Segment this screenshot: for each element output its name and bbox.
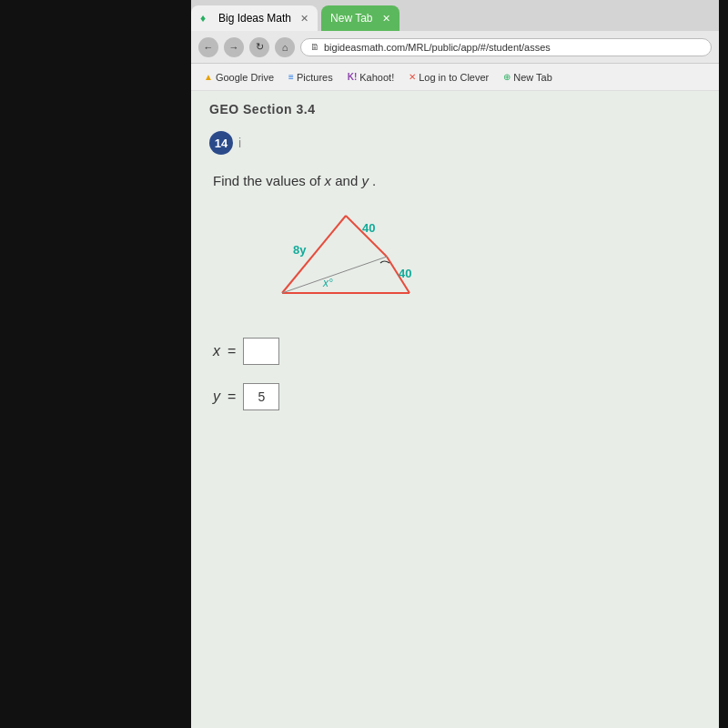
bookmark-drive[interactable]: ▲ Google Drive — [198, 70, 279, 85]
newtab-tab-close[interactable]: ✕ — [382, 13, 390, 25]
bookmark-newtab[interactable]: ⊕ New Tab — [498, 70, 558, 85]
svg-text:40: 40 — [362, 221, 375, 235]
tab-newtab[interactable]: New Tab ✕ — [321, 5, 399, 31]
tab-bar: ♦ Big Ideas Math ✕ New Tab ✕ — [191, 0, 719, 31]
y-input[interactable] — [243, 383, 279, 410]
page-content: GEO Section 3.4 14 i Find the values of … — [191, 91, 719, 728]
browser-window: ♦ Big Ideas Math ✕ New Tab ✕ ← → ↻ ⌂ 🗎 b… — [191, 0, 719, 728]
bigideas-tab-label: Big Ideas Math — [218, 12, 291, 25]
triangle-diagram: 40 40 8y x° — [228, 207, 428, 316]
newtab-icon: ⊕ — [503, 72, 511, 82]
kahoot-icon: K! — [348, 72, 358, 82]
bookmark-drive-label: Google Drive — [216, 72, 274, 83]
left-dark-panel — [0, 0, 191, 728]
svg-text:8y: 8y — [293, 243, 307, 257]
bookmark-pictures-label: Pictures — [297, 72, 333, 83]
address-bar: ← → ↻ ⌂ 🗎 bigideasmath.com/MRL/public/ap… — [191, 31, 719, 64]
x-equals: = — [228, 343, 236, 359]
url-page-icon: 🗎 — [310, 42, 319, 52]
bookmark-newtab-label: New Tab — [513, 72, 552, 83]
x-input[interactable] — [243, 338, 279, 365]
clever-icon: ✕ — [409, 72, 416, 82]
question-block: 14 i Find the values of x and y . — [209, 131, 701, 410]
question-row: 14 i — [209, 131, 701, 155]
bigideas-tab-icon: ♦ — [200, 12, 213, 25]
section-title: GEO Section 3.4 — [209, 102, 701, 116]
question-number: 14 — [209, 131, 233, 155]
x-answer-row: x = — [213, 338, 701, 365]
home-button[interactable]: ⌂ — [275, 37, 295, 57]
y-equals: = — [228, 389, 236, 405]
info-icon: i — [238, 136, 241, 150]
forward-button[interactable]: → — [224, 37, 244, 57]
right-dark-panel — [719, 0, 728, 728]
bookmarks-bar: ▲ Google Drive ≡ Pictures K! Kahoot! ✕ L… — [191, 64, 719, 91]
bookmark-clever[interactable]: ✕ Log in to Clever — [403, 70, 494, 85]
bigideas-tab-close[interactable]: ✕ — [300, 13, 308, 25]
tab-bigideas[interactable]: ♦ Big Ideas Math ✕ — [191, 5, 318, 31]
triangle-svg: 40 40 8y x° — [228, 207, 428, 316]
drive-icon: ▲ — [204, 72, 213, 82]
bookmark-kahoot-label: Kahoot! — [359, 72, 394, 83]
svg-text:x°: x° — [322, 277, 333, 289]
x-label: x — [213, 343, 220, 359]
bookmark-clever-label: Log in to Clever — [419, 72, 489, 83]
svg-text:40: 40 — [399, 267, 411, 280]
bookmark-kahoot[interactable]: K! Kahoot! — [342, 70, 399, 85]
y-label: y — [213, 389, 220, 405]
y-answer-row: y = — [213, 383, 701, 410]
reload-button[interactable]: ↻ — [249, 37, 269, 57]
bookmark-pictures[interactable]: ≡ Pictures — [283, 70, 339, 85]
question-text: Find the values of x and y . — [213, 173, 701, 188]
svg-line-0 — [282, 216, 346, 293]
back-button[interactable]: ← — [198, 37, 218, 57]
url-bar[interactable]: 🗎 bigideasmath.com/MRL/public/app/#/stud… — [300, 38, 712, 56]
pictures-icon: ≡ — [288, 72, 294, 82]
url-text: bigideasmath.com/MRL/public/app/#/studen… — [324, 42, 551, 53]
newtab-tab-label: New Tab — [330, 12, 372, 25]
